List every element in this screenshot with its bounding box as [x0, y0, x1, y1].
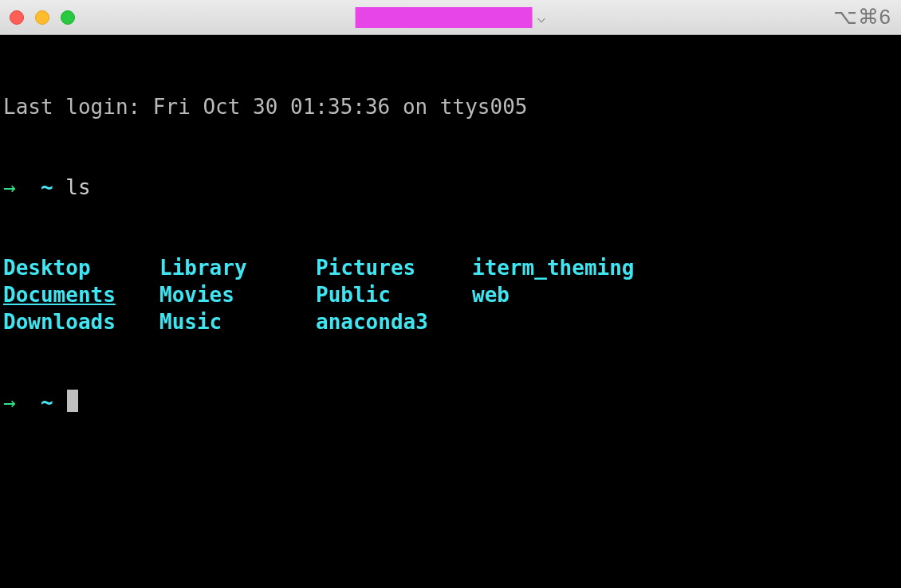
ls-item: Pictures: [316, 255, 472, 282]
ls-item: Public: [316, 282, 472, 309]
maximize-button[interactable]: [61, 10, 75, 25]
ls-item: [472, 309, 898, 336]
keyboard-shortcut-indicator: ⌥⌘6: [833, 5, 891, 29]
title-redacted: [356, 7, 533, 28]
ls-output: Desktop Library Pictures iterm_theming D…: [3, 255, 898, 335]
prompt-arrow-icon: →: [3, 174, 16, 202]
close-button[interactable]: [10, 10, 24, 25]
prompt-cwd: ~: [41, 174, 53, 202]
traffic-lights: [10, 10, 75, 25]
window-title: ⌵: [356, 7, 546, 28]
command-text: ls: [65, 174, 90, 202]
prompt-line-2[interactable]: → ~: [3, 390, 898, 417]
prompt-cwd: ~: [41, 390, 53, 417]
ls-item: Desktop: [3, 255, 159, 282]
ls-item: Library: [159, 255, 316, 282]
ls-item: Movies: [159, 282, 316, 309]
ls-item: iterm_theming: [472, 255, 898, 282]
ls-item: web: [472, 282, 898, 309]
prompt-line-1: → ~ ls: [3, 174, 898, 202]
window-titlebar: ⌵ ⌥⌘6: [0, 0, 901, 35]
ls-item: Documents: [3, 282, 159, 309]
minimize-button[interactable]: [35, 10, 49, 25]
prompt-arrow-icon: →: [3, 390, 16, 417]
ls-item: Music: [159, 309, 316, 336]
title-glyph: ⌵: [537, 9, 546, 25]
terminal-viewport[interactable]: Last login: Fri Oct 30 01:35:36 on ttys0…: [0, 35, 901, 588]
ls-item: anaconda3: [316, 309, 472, 336]
last-login-line: Last login: Fri Oct 30 01:35:36 on ttys0…: [3, 94, 898, 121]
ls-item: Downloads: [3, 309, 159, 336]
cursor: [67, 390, 78, 412]
